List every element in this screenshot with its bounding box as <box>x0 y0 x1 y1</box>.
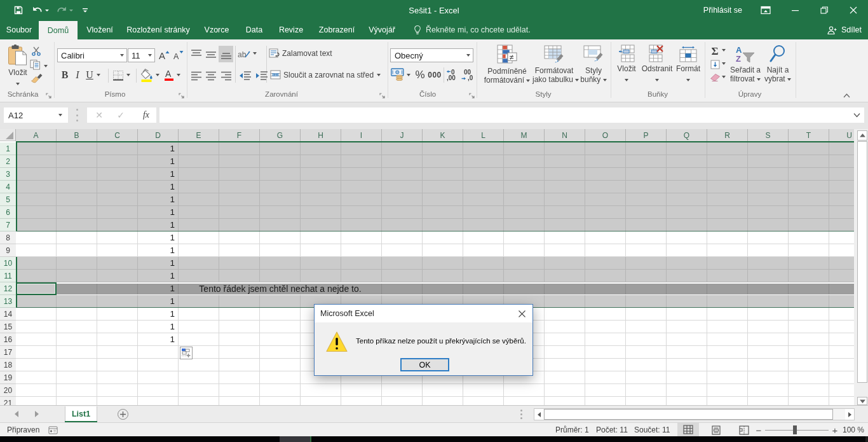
row-header-16[interactable]: 16 <box>0 333 16 346</box>
redo-button[interactable] <box>56 6 73 15</box>
column-header-P[interactable]: P <box>626 129 667 141</box>
wrap-text-icon[interactable] <box>268 47 281 60</box>
select-all-corner[interactable] <box>0 129 16 141</box>
confirm-entry-icon[interactable]: ✓ <box>117 110 125 120</box>
row-header-3[interactable]: 3 <box>0 168 16 181</box>
cancel-entry-icon[interactable]: ✕ <box>95 110 103 120</box>
row-21-cells[interactable] <box>16 397 854 405</box>
align-top-icon[interactable] <box>190 47 203 61</box>
undo-button[interactable] <box>32 6 49 15</box>
minimize-button[interactable] <box>780 0 810 20</box>
clear-caret[interactable] <box>722 76 726 78</box>
column-header-K[interactable]: K <box>423 129 463 141</box>
column-header-H[interactable]: H <box>301 129 341 141</box>
close-button[interactable] <box>839 0 868 20</box>
column-header-M[interactable]: M <box>504 129 545 141</box>
find-select-button[interactable]: Najít a vybrat <box>763 45 793 83</box>
increase-decimal-icon[interactable]: ,000 <box>445 68 459 82</box>
column-header-Q[interactable]: Q <box>667 129 707 141</box>
comma-style-button[interactable]: 000 <box>427 69 442 81</box>
column-header-S[interactable]: S <box>748 129 789 141</box>
column-header-C[interactable]: C <box>97 129 138 141</box>
borders-caret[interactable] <box>126 74 130 76</box>
accounting-format-icon[interactable] <box>391 68 405 81</box>
font-dialog-launcher-icon[interactable] <box>179 92 185 99</box>
orientation-caret[interactable] <box>253 52 257 55</box>
column-header-B[interactable]: B <box>57 129 97 141</box>
ribbon-tab-vlo-en-[interactable]: Vložení <box>86 20 113 39</box>
share-button[interactable]: Sdílet <box>827 20 862 39</box>
row-header-7[interactable]: 7 <box>0 219 16 231</box>
bold-button[interactable]: B <box>59 69 71 81</box>
format-painter-icon[interactable] <box>30 73 43 83</box>
view-page-layout-button[interactable] <box>705 423 727 437</box>
fill-color-caret[interactable] <box>156 74 159 76</box>
fill-caret[interactable] <box>722 62 726 65</box>
zoom-slider-track[interactable] <box>765 430 829 431</box>
align-right-icon[interactable] <box>220 69 233 83</box>
row-header-14[interactable]: 14 <box>0 308 16 321</box>
row-header-4[interactable]: 4 <box>0 181 16 193</box>
italic-button[interactable]: I <box>73 69 82 81</box>
column-header-L[interactable]: L <box>463 129 504 141</box>
underline-button[interactable]: U <box>85 69 95 81</box>
view-normal-button[interactable] <box>677 423 699 436</box>
ribbon-tab-data[interactable]: Data <box>246 20 262 39</box>
ribbon-tab-vzorce[interactable]: Vzorce <box>205 20 229 39</box>
row-header-11[interactable]: 11 <box>0 270 16 282</box>
row-header-13[interactable]: 13 <box>0 295 16 308</box>
row-header-5[interactable]: 5 <box>0 193 16 206</box>
copy-icon[interactable] <box>29 60 42 69</box>
format-as-table-button[interactable]: Formátovat jako tabulku <box>532 45 576 84</box>
row-header-20[interactable]: 20 <box>0 384 16 397</box>
number-format-combo[interactable]: Obecný <box>390 48 473 62</box>
column-header-G[interactable]: G <box>260 129 301 141</box>
orientation-icon[interactable]: ab <box>236 47 252 61</box>
row-header-19[interactable]: 19 <box>0 371 16 384</box>
decrease-decimal-icon[interactable]: 00,0 <box>460 68 474 82</box>
merge-center-icon[interactable] <box>270 69 281 81</box>
font-color-icon[interactable]: A <box>163 67 175 83</box>
increase-indent-icon[interactable] <box>254 69 268 83</box>
scroll-down-icon[interactable] <box>857 397 867 405</box>
sheet-tab-list1[interactable]: List1 <box>65 406 97 421</box>
column-header-A[interactable]: A <box>16 129 57 141</box>
new-sheet-button[interactable] <box>118 409 128 420</box>
zoom-out-button[interactable]: − <box>755 423 763 437</box>
row-header-18[interactable]: 18 <box>0 359 16 371</box>
row-header-10[interactable]: 10 <box>0 257 16 270</box>
column-header-F[interactable]: F <box>219 129 260 141</box>
row-header-17[interactable]: 17 <box>0 346 16 359</box>
align-left-icon[interactable] <box>190 69 203 83</box>
dialog-close-icon[interactable] <box>515 307 529 321</box>
autosum-icon[interactable]: Σ <box>709 46 721 57</box>
alignment-dialog-launcher-icon[interactable] <box>379 92 386 99</box>
zoom-slider-thumb[interactable] <box>793 425 797 434</box>
align-bottom-button[interactable] <box>219 46 233 62</box>
insert-function-icon[interactable]: fx <box>140 110 152 120</box>
delete-cells-button[interactable]: Odstranit <box>641 45 674 84</box>
format-cells-button[interactable]: Formát <box>675 45 702 84</box>
sign-in[interactable]: Přihlásit se <box>703 0 742 20</box>
save-icon[interactable] <box>13 5 24 15</box>
row-header-8[interactable]: 8 <box>0 231 16 244</box>
tell-me-box[interactable]: Řekněte mi, co chcete udělat. <box>414 20 531 39</box>
scroll-left-icon[interactable] <box>534 409 543 420</box>
fill-color-icon[interactable] <box>139 68 154 82</box>
merge-caret[interactable] <box>377 74 381 76</box>
font-name-combo[interactable]: Calibri <box>57 48 127 62</box>
name-box[interactable]: A12 <box>4 107 68 123</box>
view-page-break-button[interactable] <box>733 423 755 437</box>
column-header-E[interactable]: E <box>179 129 219 141</box>
accounting-caret[interactable] <box>407 74 410 76</box>
namebox-resize-handle[interactable] <box>76 109 78 121</box>
copy-caret[interactable] <box>44 65 48 67</box>
merge-center-label[interactable]: Sloučit a zarovnat na střed <box>283 71 374 79</box>
column-header-T[interactable]: T <box>789 129 829 141</box>
cut-icon[interactable] <box>30 46 43 56</box>
decrease-indent-icon[interactable] <box>238 69 252 83</box>
column-header-D[interactable]: D <box>138 129 179 141</box>
row-20-cells[interactable] <box>16 384 854 397</box>
horizontal-scrollbar[interactable] <box>534 408 855 420</box>
insert-options-smart-tag[interactable] <box>180 347 193 359</box>
